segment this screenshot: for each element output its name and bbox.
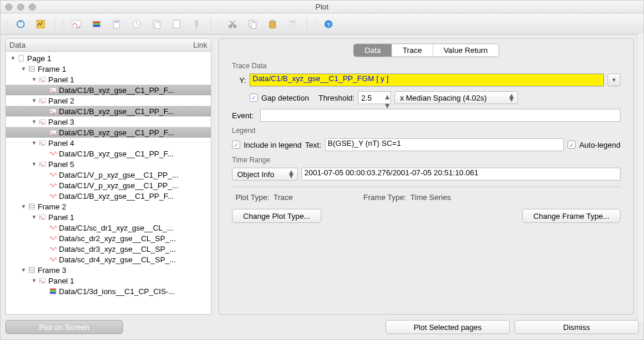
tree-row[interactable]: ▼Data/C1/B_xyz_gse__C1_PP_F... <box>6 85 211 95</box>
frame-type-value: Time Series <box>410 193 451 202</box>
toolbar-grip-3: ⋮ <box>216 21 221 27</box>
tree-row[interactable]: ▼Panel 1 <box>6 74 211 85</box>
tree-row[interactable]: ▼Page 1 <box>6 53 211 64</box>
tree-row[interactable]: ▼Frame 1 <box>6 64 211 74</box>
tree-row[interactable]: ▼Panel 1 <box>6 212 211 222</box>
tree-label: Panel 5 <box>48 160 74 169</box>
wave-icon <box>48 181 58 189</box>
tree-row[interactable]: ▼Data/sc_dr3_xyz_gse__CL_SP_... <box>6 244 211 254</box>
panel-icon <box>38 276 47 285</box>
clock-icon[interactable] <box>128 16 145 32</box>
page-icon <box>16 54 26 62</box>
frame-icon <box>27 202 36 211</box>
y-dropdown[interactable]: ▼ <box>608 74 620 86</box>
spec-icon <box>48 287 58 295</box>
tree-label: Panel 1 <box>48 276 74 285</box>
spacing-select[interactable]: x Median Spacing (4.02s)▲▼ <box>394 91 518 104</box>
svg-rect-45 <box>50 292 57 294</box>
tree-row[interactable]: ▼Data/C1/B_xyz_gse__C1_PP_F... <box>6 148 211 159</box>
threshold-input[interactable]: 2.5▲▼ <box>358 91 391 104</box>
tree-row[interactable]: ▼Frame 3 <box>6 265 211 275</box>
line-icon[interactable] <box>68 16 85 32</box>
timerange-mode-select[interactable]: Object Info▲▼ <box>232 168 298 181</box>
tree-row[interactable]: ▼Data/sc_dr2_xyz_gse__CL_SP_... <box>6 233 211 244</box>
svg-rect-13 <box>196 21 198 26</box>
auto-legend-checkbox[interactable]: ✓ <box>567 141 576 149</box>
panel-icon <box>48 107 58 115</box>
event-input[interactable] <box>260 109 620 122</box>
panel-icon <box>38 96 47 105</box>
tree-row[interactable]: ▼Panel 5 <box>6 159 211 169</box>
plot-type-label: Plot Type: <box>235 193 270 202</box>
tree-row[interactable]: ▼Panel 4 <box>6 138 211 148</box>
toolbar-grip-2: ⋮ <box>60 21 65 27</box>
toolbar: ⋮ ⋮ ⋮ ⋮ ? <box>1 14 643 35</box>
tree-row[interactable]: ▼Data/sc_dr4_xyz_gse__CL_SP_... <box>6 254 211 265</box>
svg-rect-5 <box>93 23 100 25</box>
plot-on-screen-button[interactable]: Plot on Screen <box>5 320 123 334</box>
cut-icon[interactable] <box>224 16 241 32</box>
sheets-icon[interactable] <box>148 16 165 32</box>
svg-rect-20 <box>290 21 296 22</box>
plot-selected-button[interactable]: Plot Selected pages <box>386 320 510 334</box>
tree-row[interactable]: ▼Data/C1/B_xyz_gse__C1_PP_F... <box>6 191 211 201</box>
refresh-icon[interactable] <box>12 16 29 32</box>
paste-icon[interactable] <box>264 16 281 32</box>
tree-row[interactable]: ▼Data/C1/V_p_xyz_gse__C1_PP_... <box>6 180 211 191</box>
titlebar: Plot <box>1 1 643 14</box>
include-legend-checkbox[interactable]: ✓ <box>232 141 240 149</box>
window-title: Plot <box>1 2 643 11</box>
panel-icon <box>38 160 47 168</box>
frame-type-label: Frame Type: <box>363 193 406 202</box>
right-scrollbar[interactable] <box>638 34 644 322</box>
tree-row[interactable]: ▼Data/C1/V_p_xyz_gse__C1_PP_... <box>6 169 211 180</box>
tree-row[interactable]: ▼Data/C1/sc_dr1_xyz_gse__CL_... <box>6 222 211 233</box>
plot-type-value: Trace <box>274 193 293 202</box>
copy-icon[interactable] <box>244 16 261 32</box>
svg-rect-17 <box>251 22 256 29</box>
tree-row[interactable]: ▼Panel 1 <box>6 275 211 286</box>
tree-label: Data/C1/B_xyz_gse__C1_PP_F... <box>59 107 174 116</box>
tree-row[interactable]: ▼Data/C1/B_xyz_gse__C1_PP_F... <box>6 127 211 138</box>
timerange-input[interactable]: 2001-07-05 00:00:03.276/2001-07-05 20:51… <box>301 168 620 181</box>
heatmap-icon[interactable] <box>88 16 105 32</box>
tree-label: Data/sc_dr2_xyz_gse__CL_SP_... <box>59 234 176 243</box>
page-icon[interactable] <box>108 16 125 32</box>
frame-icon <box>27 65 36 73</box>
marker-icon[interactable] <box>188 16 205 32</box>
tree-row[interactable]: ▼Panel 2 <box>6 95 211 106</box>
tree-row[interactable]: ▼Data/C1/3d_ions__C1_CP_CIS-... <box>6 286 211 296</box>
blank-page-icon[interactable] <box>168 16 185 32</box>
panel-icon <box>38 139 47 147</box>
wave-icon <box>48 192 58 200</box>
data-tree[interactable]: ▼Page 1▼Frame 1▼Panel 1▼Data/C1/B_xyz_gs… <box>5 51 211 315</box>
legend-text-input[interactable]: B(GSE)_Y (nT) SC=1 <box>325 138 564 151</box>
svg-rect-4 <box>93 21 100 23</box>
dismiss-button[interactable]: Dismiss <box>514 320 639 334</box>
tree-label: Data/C1/B_xyz_gse__C1_PP_F... <box>59 192 174 201</box>
tree-col-link: Link <box>193 41 207 49</box>
chart-icon[interactable] <box>32 16 49 32</box>
change-frame-type-button[interactable]: Change Frame Type... <box>522 209 620 223</box>
tree-label: Data/C1/V_p_xyz_gse__C1_PP_... <box>59 171 178 179</box>
svg-rect-7 <box>114 20 120 28</box>
tree-row[interactable]: ▼Frame 2 <box>6 201 211 212</box>
gap-checkbox[interactable]: ✓ <box>250 94 258 102</box>
tab-trace[interactable]: Trace <box>392 44 433 56</box>
trash-icon[interactable] <box>284 16 301 32</box>
y-label: Y: <box>232 76 246 85</box>
tree-label: Frame 3 <box>38 266 66 275</box>
wave-icon <box>48 224 58 232</box>
frame-icon <box>27 266 36 274</box>
tree-label: Data/sc_dr3_xyz_gse__CL_SP_... <box>59 245 176 254</box>
tree-row[interactable]: ▼Data/C1/B_xyz_gse__C1_PP_F... <box>6 106 211 116</box>
y-input[interactable]: Data/C1/B_xyz_gse__C1_PP_FGM [ y ] <box>250 74 604 86</box>
tree-label: Data/C1/sc_dr1_xyz_gse__CL_... <box>59 224 173 232</box>
tab-value-return[interactable]: Value Return <box>433 44 499 56</box>
help-icon[interactable]: ? <box>320 16 337 32</box>
change-plot-type-button[interactable]: Change Plot Type... <box>232 209 321 223</box>
tree-row[interactable]: ▼Panel 3 <box>6 116 211 127</box>
tab-data[interactable]: Data <box>354 44 391 56</box>
auto-legend-label: Auto-legend <box>579 141 620 149</box>
svg-rect-35 <box>29 204 35 209</box>
